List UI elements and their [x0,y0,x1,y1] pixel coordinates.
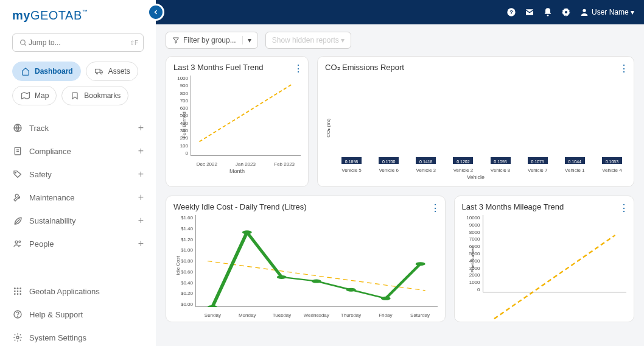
svg-line-1 [24,44,26,46]
bar [533,300,576,303]
nav-compliance-label: Compliance [29,147,138,156]
nav-track-label: Track [29,124,138,133]
nav-sustainability[interactable]: Sustainability + [7,209,149,232]
dashboard-grid: Last 3 Months Fuel Trend ⋮ 1000900800700… [156,56,644,332]
card-co2: CO₂ Emissions Report ⋮ 0.1898Vehicle 50.… [317,56,634,187]
expand-icon[interactable]: + [138,122,144,133]
nav-track[interactable]: Track + [7,116,149,139]
y-axis-label: Fuel Burned [470,246,475,273]
search-box[interactable]: ⇧F [12,34,144,52]
svg-rect-2 [95,69,100,73]
card-fuel-trend: Last 3 Months Fuel Trend ⋮ 1000900800700… [166,56,309,187]
hidden-reports-label: Show hidden reports ▾ [272,36,345,44]
wrench-icon [12,192,23,203]
nav-help-label: Help & Support [29,310,144,319]
nav-settings[interactable]: System Settings [7,326,149,346]
user-menu[interactable]: User Name ▾ [579,7,634,17]
nav-safety[interactable]: Safety + [7,163,149,186]
tab-bookmarks-label: Bookmarks [84,91,121,100]
svg-point-14 [17,288,19,289]
help-icon [12,309,23,320]
search-input[interactable] [29,38,130,47]
logo: myGEOTAB™ [0,0,156,29]
bar: Feb 2023 [268,158,301,167]
truck-icon [94,66,105,77]
tab-bookmarks[interactable]: Bookmarks [61,86,128,105]
gear-icon[interactable] [561,7,571,17]
expand-icon[interactable]: + [138,192,144,203]
kebab-icon[interactable]: ⋮ [293,63,302,74]
nav-apps[interactable]: Geotab Applications [7,280,149,303]
card-title: Last 3 Months Mileage Trend [462,202,626,211]
card-title: Last 3 Months Fuel Trend [173,63,301,72]
bar: 0.1898Vehicle 5 [337,157,366,173]
svg-point-20 [17,293,19,295]
x-axis-label: Vehicle [325,174,626,180]
svg-point-37 [277,275,287,279]
svg-point-31 [583,9,586,12]
svg-point-12 [19,241,21,242]
svg-point-30 [565,11,567,13]
kebab-icon[interactable]: ⋮ [430,202,439,214]
nav-help[interactable]: Help & Support [7,303,149,326]
collapse-sidebar-button[interactable] [147,4,164,21]
funnel-icon [172,37,180,44]
svg-point-40 [381,297,391,300]
svg-point-13 [14,288,16,289]
kebab-icon[interactable]: ⋮ [619,202,628,214]
logo-my: my [12,9,30,22]
svg-point-21 [19,293,21,295]
bar: 0.1093Vehicle 8 [486,157,515,173]
bar: 0.1053Vehicle 4 [598,157,626,173]
svg-point-38 [312,280,321,283]
svg-point-36 [242,230,252,234]
nav-footer: Geotab Applications Help & Support Syste… [0,275,156,346]
y-axis-label: CO₂ (mt) [326,118,331,137]
tab-dashboard[interactable]: Dashboard [12,62,81,81]
bar: 0.1075Vehicle 7 [523,157,552,173]
map-icon [20,90,31,101]
main: ? User Name ▾ Filter by group... ▾ Show … [156,0,644,346]
nav-people[interactable]: People + [7,232,149,255]
help-icon[interactable]: ? [506,7,516,17]
svg-point-23 [18,316,18,317]
expand-icon[interactable]: + [138,169,144,180]
mileage-chart: 1000090008000700060005000400030002000100… [462,215,626,303]
svg-point-10 [15,172,16,173]
expand-icon[interactable]: + [138,238,144,249]
expand-icon[interactable]: + [138,215,144,226]
nav-list: Track + Compliance + Safety + Maintenanc… [0,111,156,260]
sidebar: myGEOTAB™ ⇧F Dashboard Assets [0,0,156,346]
bar: Dec 2022 [191,158,223,167]
y-axis-label: Idle Cost [175,256,181,275]
bell-icon[interactable] [543,7,553,17]
svg-point-3 [96,72,97,74]
expand-icon[interactable]: + [138,146,144,157]
fuel-chart: 10009008007006005004003002001000 Dec 202… [173,76,301,174]
nav-compliance[interactable]: Compliance + [7,139,149,163]
chevron-down-icon: ▾ [242,36,251,44]
leaf-icon [12,215,23,226]
svg-point-39 [346,288,356,292]
svg-point-0 [20,40,25,44]
nav-apps-label: Geotab Applications [29,287,144,296]
nav-maintenance-label: Maintenance [29,193,138,202]
svg-point-15 [19,288,21,289]
filter-by-group[interactable]: Filter by group... ▾ [166,32,258,49]
tab-map-label: Map [35,91,49,100]
svg-point-16 [14,291,16,292]
tab-assets[interactable]: Assets [86,62,138,81]
globe-icon [12,122,23,133]
show-hidden-reports[interactable]: Show hidden reports ▾ [265,32,351,49]
svg-point-18 [19,291,21,292]
nav-maintenance[interactable]: Maintenance + [7,186,149,209]
nav-people-label: People [29,239,138,249]
logo-tm: ™ [82,9,88,15]
mail-icon[interactable] [525,7,534,17]
svg-marker-5 [22,93,30,99]
tab-map[interactable]: Map [12,86,57,105]
svg-point-11 [15,241,18,243]
kebab-icon[interactable]: ⋮ [619,63,628,74]
filter-bar: Filter by group... ▾ Show hidden reports… [156,24,644,56]
co2-chart: 0.1898Vehicle 50.1700Vehicle 60.1418Vehi… [325,76,626,180]
